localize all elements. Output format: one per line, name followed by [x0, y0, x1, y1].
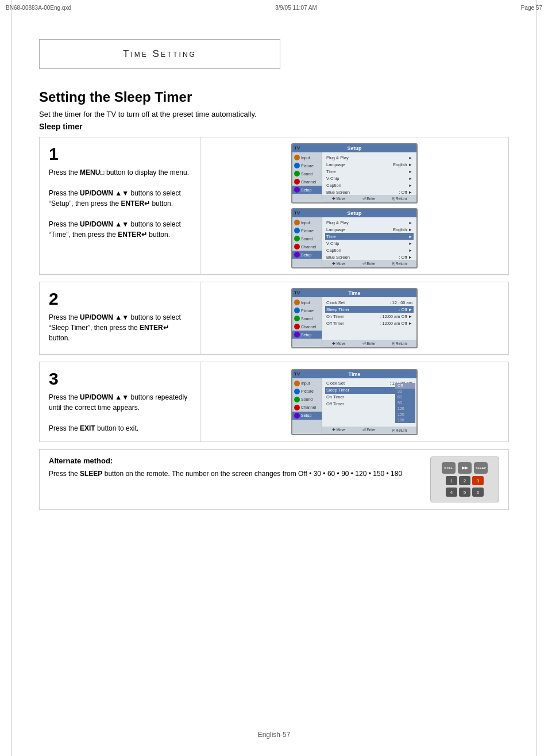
step-2-screen-sidebar: Input Picture Sound Channel Setup	[292, 297, 322, 346]
step-2-left: 2 Press the UP/DOWN ▲▼ buttons to select…	[40, 282, 200, 354]
sidebar-picture-s2: Picture	[292, 306, 322, 314]
channel-icon-s2	[294, 324, 300, 329]
step-1-instruction-1: Press the MENU□ button to display the me…	[49, 167, 191, 178]
picture-icon-1	[294, 163, 300, 168]
setup-icon-s3	[294, 413, 300, 419]
remote-btn-sleep: SLEEP	[474, 462, 488, 474]
step-1-screen-2: TV Setup Input Picture Sound Channel Set…	[291, 208, 418, 268]
input-icon-s3	[294, 381, 300, 386]
remote-btn-still: STILL	[442, 462, 456, 474]
step-2-right: TV Time Input Picture Sound Channel Setu…	[200, 282, 508, 354]
sidebar-picture-s3: Picture	[292, 387, 322, 396]
step-2-screen-body: Input Picture Sound Channel Setup Clock …	[292, 297, 416, 346]
sound-icon-s3	[294, 397, 300, 402]
remote-num-4: 4	[446, 488, 457, 497]
tv-label-1a: TV	[294, 145, 300, 151]
remote-num-1: 1	[446, 476, 457, 485]
sidebar-picture-1: Picture	[292, 162, 322, 170]
remote-image: STILL ▶▶ SLEEP 1 2 3 4 5 6	[430, 456, 499, 502]
tv-label-2: TV	[294, 290, 300, 296]
input-icon-s2	[294, 300, 300, 305]
step-1-screen-1-main: Plug & Play► LanguageEnglish ► Time► V-C…	[322, 152, 416, 201]
menu-row-vchip-1: V-Chip►	[325, 175, 414, 182]
sidebar-input-s2: Input	[292, 298, 322, 306]
header-datetime: 3/9/05 11:07 AM	[275, 5, 317, 11]
step-2-instruction: Press the UP/DOWN ▲▼ buttons to select “…	[49, 312, 191, 343]
channel-icon-2	[294, 244, 300, 250]
step-1-screen-2-main: Plug & Play► LanguageEnglish ► Time► V-C…	[322, 217, 416, 266]
dropdown-item-90: 90	[395, 400, 415, 406]
tv-label-1b: TV	[294, 210, 300, 216]
subsection-title: Sleep timer	[39, 122, 509, 131]
input-icon-1	[294, 155, 300, 160]
picture-icon-s2	[294, 308, 300, 313]
dropdown-item-120: 120	[395, 406, 415, 412]
dropdown-item-180: 180	[395, 417, 415, 423]
remote-num-3: 3	[472, 476, 484, 485]
header-filename: BN68-00883A-00Eng.qxd	[6, 5, 71, 11]
title-box: Time Setting	[39, 39, 280, 69]
step-3-instruction-1: Press the UP/DOWN ▲▼ buttons repeatedly …	[49, 392, 191, 413]
menu-row-clock-s2: Clock Set: 12 : 00 am	[325, 299, 414, 306]
tv-label-3: TV	[294, 371, 300, 377]
alternate-text: Press the SLEEP button on the remote. Th…	[49, 469, 419, 479]
setup-icon-s2	[294, 332, 300, 337]
remote-num-6: 6	[472, 488, 484, 497]
sleep-timer-dropdown: Off 30 60 90 120 150 180	[395, 383, 415, 423]
page-border-left	[11, 0, 12, 756]
sidebar-setup-2: Setup	[292, 251, 322, 259]
menu-row-vchip-2: V-Chip►	[325, 240, 414, 247]
remote-num-2: 2	[459, 476, 470, 485]
step-3-left: 3 Press the UP/DOWN ▲▼ buttons repeatedl…	[40, 362, 200, 442]
sidebar-input-s3: Input	[292, 379, 322, 387]
step-1-screen-2-sidebar: Input Picture Sound Channel Setup	[292, 217, 322, 266]
step-1-instruction-2: Press the UP/DOWN ▲▼ buttons to select “…	[49, 188, 191, 209]
page-footer: English-57	[0, 731, 548, 739]
dropdown-item-60: 60	[395, 394, 415, 400]
step-1-screen-2-body: Input Picture Sound Channel Setup Plug &…	[292, 217, 416, 266]
menu-row-caption-1: Caption►	[325, 182, 414, 189]
channel-icon-1	[294, 179, 300, 185]
sidebar-sound-s2: Sound	[292, 314, 322, 323]
step-3-screen-body: Input Picture Sound Channel Setup Clock …	[292, 378, 416, 433]
sidebar-sound-s3: Sound	[292, 396, 322, 404]
picture-icon-2	[294, 228, 300, 233]
sidebar-input-1: Input	[292, 153, 322, 162]
menu-row-plug-2: Plug & Play►	[325, 219, 414, 226]
setup-icon-2	[294, 252, 300, 258]
alternate-box: Alternate method: Press the SLEEP button…	[39, 449, 509, 510]
step-3-box: 3 Press the UP/DOWN ▲▼ buttons repeatedl…	[39, 362, 509, 442]
step-3-screen-header: Time	[292, 370, 416, 378]
page-title: Time Setting	[123, 48, 196, 60]
alternate-title: Alternate method:	[49, 456, 419, 465]
sound-icon-1	[294, 171, 300, 176]
sound-icon-s2	[294, 316, 300, 321]
menu-row-lang-2: LanguageEnglish ►	[325, 226, 414, 233]
top-header: BN68-00883A-00Eng.qxd 3/9/05 11:07 AM Pa…	[0, 5, 548, 11]
step-2-screen-footer: ✚ Move⏎ Enter⎘ Return	[322, 340, 416, 347]
step-2-screen: TV Time Input Picture Sound Channel Setu…	[291, 288, 418, 348]
step-3-right: TV Time Input Picture Sound Channel Setu…	[200, 362, 508, 442]
setup-icon-1	[294, 187, 300, 193]
dropdown-item-off: Off	[395, 383, 415, 389]
sidebar-channel-s2: Channel	[292, 323, 322, 331]
step-1-left: 1 Press the MENU□ button to display the …	[40, 137, 200, 274]
step-2-number: 2	[49, 290, 191, 308]
sidebar-setup-s3: Setup	[292, 412, 322, 420]
menu-row-time-1: Time►	[325, 168, 414, 175]
step-1-screen-2-header: Setup	[292, 209, 416, 217]
menu-row-on-s2: On Timer: 12:00 am Off ►	[325, 313, 414, 320]
remote-btn-ff: ▶▶	[458, 462, 472, 474]
step-1-box: 1 Press the MENU□ button to display the …	[39, 137, 509, 275]
step-2-screen-main: Clock Set: 12 : 00 am Sleep Timer: Off ►…	[322, 297, 416, 346]
step-1-screen-1: TV Setup Input Picture Sound Channel Set…	[291, 143, 418, 204]
step-3-screen-main: Clock Set: 12 : 00 am Sleep Timer: Off O…	[322, 378, 416, 433]
header-page: Page 57	[521, 5, 542, 11]
sidebar-sound-2: Sound	[292, 235, 322, 243]
page-number: English-57	[258, 731, 291, 739]
step-1-screen-1-footer: ✚ Move⏎ Enter⎘ Return	[322, 195, 416, 202]
step-1-screen-1-header: Setup	[292, 144, 416, 152]
step-2-screen-header: Time	[292, 289, 416, 297]
remote-num-row-2: 4 5 6	[446, 488, 484, 497]
main-content: Setting the Sleep Timer Set the timer fo…	[39, 89, 509, 510]
